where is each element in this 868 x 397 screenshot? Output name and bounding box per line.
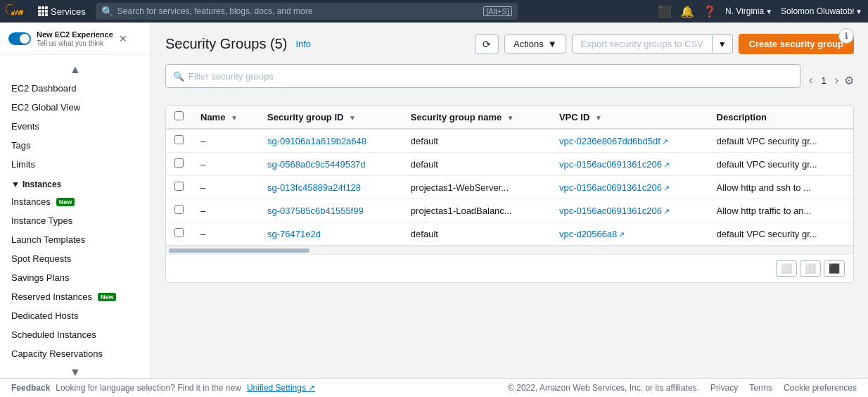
bell-icon[interactable]: 🔔 — [680, 5, 694, 18]
select-all-checkbox[interactable] — [174, 111, 184, 120]
search-shortcut: [Alt+S] — [483, 6, 512, 16]
col-sg-name-sort-icon[interactable]: ▼ — [507, 114, 514, 122]
services-label: Services — [51, 6, 86, 17]
content-area: Security Groups (5) Info ⟳ Actions ▼ Exp… — [151, 23, 868, 294]
sidebar-item-savings-plans[interactable]: Savings Plans — [0, 268, 151, 287]
col-description-label: Description — [717, 112, 767, 122]
sg-id-link[interactable]: sg-0568a0c9c5449537d — [267, 159, 366, 170]
row-sg-id: sg-013fc45889a24f128 — [259, 176, 402, 199]
sidebar-item-scheduled-instances[interactable]: Scheduled Instances — [0, 325, 151, 344]
sidebar-item-launch-templates[interactable]: Launch Templates — [0, 230, 151, 249]
export-caret-button[interactable]: ▼ — [713, 34, 733, 53]
sg-id-link[interactable]: sg-09106a1a619b2a648 — [267, 136, 366, 146]
user-menu[interactable]: Solomon Oluwatobi ▼ — [781, 6, 862, 16]
actions-button[interactable]: Actions ▼ — [504, 34, 566, 53]
terminal-icon[interactable]: ⬛ — [658, 5, 672, 18]
col-sg-id-sort-icon[interactable]: ▼ — [349, 114, 356, 122]
external-link-icon: ↗ — [618, 230, 625, 239]
search-input[interactable] — [117, 6, 479, 16]
vpc-id-link[interactable]: vpc-0156ac0691361c206 — [559, 206, 662, 216]
refresh-icon: ⟳ — [483, 39, 491, 50]
search-bar[interactable]: 🔍 [Alt+S] — [96, 3, 518, 20]
create-label: Create security group — [749, 39, 843, 49]
external-link-icon: ↗ — [663, 184, 670, 192]
top-navigation: Services 🔍 [Alt+S] ⬛ 🔔 ❓ N. Virginia ▼ S… — [0, 0, 868, 23]
close-icon[interactable]: ✕ — [119, 33, 127, 44]
col-name-sort-icon[interactable]: ▼ — [231, 114, 238, 122]
sidebar-label-scheduled-instances: Scheduled Instances — [11, 329, 96, 340]
row-description: default VPC security gr... — [708, 129, 853, 153]
table-row: – sg-76471e2d default vpc-d20566a8↗ defa… — [166, 222, 853, 246]
terms-link[interactable]: Terms — [749, 383, 772, 393]
footer: Feedback Looking for language selection?… — [0, 378, 868, 397]
vpc-id-link[interactable]: vpc-0236e8067dd6bd5df — [559, 136, 660, 146]
vpc-id-link[interactable]: vpc-d20566a8 — [559, 229, 617, 239]
sidebar-item-tags[interactable]: Tags — [0, 136, 151, 155]
create-security-group-button[interactable]: Create security group — [739, 34, 854, 54]
sidebar-item-reserved-instances[interactable]: Reserved Instances New — [0, 287, 151, 306]
col-sg-name-label: Security group name — [411, 112, 502, 122]
data-table: Name ▼ Security group ID ▼ Security grou… — [166, 106, 853, 246]
row-sg-name: projectas1-WebServer... — [402, 176, 551, 199]
sg-id-link[interactable]: sg-037585c6b41555f99 — [267, 206, 364, 216]
col-vpc-id-label: VPC ID — [559, 112, 589, 122]
page-prev-button[interactable]: ‹ — [806, 73, 815, 88]
col-vpc-id-sort-icon[interactable]: ▼ — [595, 114, 602, 122]
vpc-id-link[interactable]: vpc-0156ac0691361c206 — [559, 159, 662, 170]
privacy-link[interactable]: Privacy — [710, 383, 738, 393]
table-settings-button[interactable]: ⚙ — [844, 74, 854, 87]
sg-id-link[interactable]: sg-013fc45889a24f128 — [267, 182, 361, 193]
row-checkbox[interactable] — [174, 158, 184, 168]
row-checkbox[interactable] — [174, 182, 184, 191]
row-name: – — [192, 176, 259, 199]
sg-id-link[interactable]: sg-76471e2d — [267, 229, 321, 239]
sidebar-item-dedicated-hosts[interactable]: Dedicated Hosts — [0, 306, 151, 325]
sidebar-item-events[interactable]: Events — [0, 117, 151, 136]
vpc-id-link[interactable]: vpc-0156ac0691361c206 — [559, 182, 662, 193]
help-icon[interactable]: ❓ — [703, 5, 717, 18]
aws-logo[interactable] — [6, 4, 28, 18]
refresh-button[interactable]: ⟳ — [475, 34, 499, 54]
security-groups-table: Name ▼ Security group ID ▼ Security grou… — [165, 105, 854, 283]
horizontal-scrollbar[interactable] — [169, 248, 309, 253]
sidebar-item-capacity-reservations[interactable]: Capacity Reservations — [0, 344, 151, 363]
sidebar-item-instances[interactable]: Instances New — [0, 192, 151, 211]
services-button[interactable]: Services — [34, 5, 90, 18]
row-name: – — [192, 129, 259, 153]
row-checkbox[interactable] — [174, 135, 184, 144]
sidebar-item-ec2-dashboard[interactable]: EC2 Dashboard — [0, 79, 151, 98]
unified-settings-link[interactable]: Unified Settings ↗ — [247, 383, 315, 393]
sidebar-item-instance-types[interactable]: Instance Types — [0, 211, 151, 230]
feedback-link[interactable]: Feedback — [11, 383, 50, 393]
page-title-text: Security Groups — [165, 36, 266, 51]
sidebar-item-spot-requests[interactable]: Spot Requests — [0, 249, 151, 268]
row-name: – — [192, 222, 259, 246]
row-checkbox[interactable] — [174, 205, 184, 214]
row-description: default VPC security gr... — [708, 153, 853, 176]
export-button[interactable]: Export security groups to CSV — [572, 34, 713, 53]
panel-split-vertical-button[interactable]: ⬜ — [776, 260, 797, 277]
sidebar-label-reserved-instances: Reserved Instances — [11, 291, 92, 302]
new-experience-toggle[interactable]: New EC2 Experience Tell us what you thin… — [0, 23, 151, 55]
row-checkbox[interactable] — [174, 228, 184, 237]
search-icon: 🔍 — [101, 6, 113, 17]
instances-section-header[interactable]: ▼ Instances — [0, 174, 151, 192]
toggle-switch[interactable] — [8, 32, 31, 45]
page-next-button[interactable]: › — [832, 73, 841, 88]
pagination: ‹ 1 › ⚙ — [806, 73, 854, 88]
sidebar-item-limits[interactable]: Limits — [0, 155, 151, 174]
row-checkbox-cell — [166, 129, 192, 153]
panel-split-horizontal-button[interactable]: ⬜ — [800, 260, 821, 277]
row-name: – — [192, 153, 259, 176]
cookie-link[interactable]: Cookie preferences — [784, 383, 857, 393]
row-sg-name: projectas1-LoadBalanc... — [402, 199, 551, 222]
row-vpc-id: vpc-0156ac0691361c206↗ — [551, 176, 708, 199]
filter-input[interactable] — [189, 71, 793, 82]
region-selector[interactable]: N. Virginia ▼ — [725, 6, 772, 16]
help-corner-icon[interactable]: ℹ — [838, 28, 854, 44]
info-link[interactable]: Info — [295, 39, 311, 49]
page-count: 5 — [275, 36, 283, 51]
sidebar-item-ec2-global-view[interactable]: EC2 Global View — [0, 98, 151, 117]
panel-expand-button[interactable]: ⬛ — [824, 260, 845, 277]
col-header-sg-id: Security group ID ▼ — [259, 106, 402, 129]
